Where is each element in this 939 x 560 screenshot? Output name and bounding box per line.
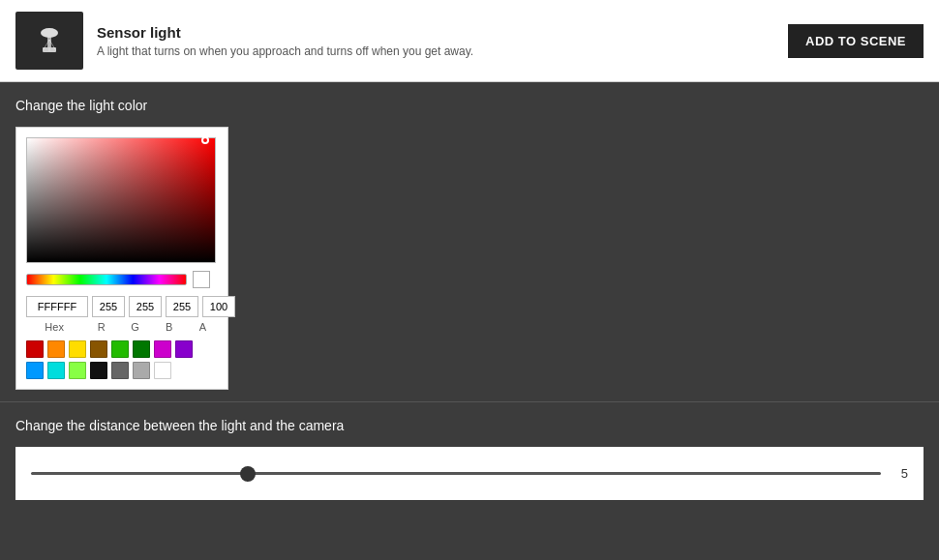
swatch-blue[interactable] (26, 362, 44, 379)
distance-slider-container: 5 (15, 447, 924, 500)
light-icon-wrapper (15, 12, 83, 70)
hue-slider[interactable] (26, 274, 187, 285)
input-labels: Hex R G B A (26, 321, 218, 333)
swatch-yellow[interactable] (69, 340, 86, 358)
swatch-white[interactable] (154, 362, 171, 379)
color-section: Change the light color Hex R G B A (0, 82, 939, 401)
color-picker: Hex R G B A (15, 127, 228, 390)
svg-point-2 (41, 28, 58, 38)
add-to-scene-button[interactable]: ADD TO SCENE (788, 24, 924, 58)
g-input[interactable] (129, 296, 162, 317)
header-section: Sensor light A light that turns on when … (0, 0, 939, 82)
swatch-cyan[interactable] (47, 362, 65, 379)
swatch-dark-gray[interactable] (111, 362, 129, 379)
hue-alpha-row (26, 271, 218, 288)
a-input[interactable] (202, 296, 235, 317)
swatch-magenta[interactable] (154, 340, 171, 358)
b-label: B (154, 321, 184, 333)
swatch-green[interactable] (133, 340, 150, 358)
header-description: A light that turns on when you approach … (97, 44, 473, 58)
r-input[interactable] (92, 296, 125, 317)
distance-value: 5 (893, 466, 908, 481)
color-section-title: Change the light color (15, 98, 924, 113)
value-inputs (26, 296, 218, 317)
r-label: R (86, 321, 116, 333)
distance-slider[interactable] (31, 472, 881, 475)
distance-section: Change the distance between the light an… (0, 401, 939, 500)
swatch-row-2 (26, 362, 218, 379)
hex-label: Hex (26, 321, 82, 333)
b-input[interactable] (166, 296, 198, 317)
swatch-orange[interactable] (47, 340, 65, 358)
header-left: Sensor light A light that turns on when … (15, 12, 473, 70)
alpha-swatch[interactable] (193, 271, 210, 288)
swatches-grid (26, 340, 218, 379)
swatch-light-gray[interactable] (133, 362, 150, 379)
swatch-row-1 (26, 340, 218, 358)
header-title: Sensor light (97, 24, 473, 41)
header-text: Sensor light A light that turns on when … (97, 24, 473, 58)
a-label: A (188, 321, 218, 333)
distance-section-title: Change the distance between the light an… (15, 418, 924, 433)
sensor-light-icon (29, 20, 70, 61)
swatch-brown[interactable] (90, 340, 107, 358)
swatch-red[interactable] (26, 340, 44, 358)
swatch-purple[interactable] (175, 340, 193, 358)
color-gradient-canvas[interactable] (26, 137, 216, 263)
swatch-black[interactable] (90, 362, 107, 379)
g-label: G (120, 321, 150, 333)
swatch-lime[interactable] (111, 340, 129, 358)
gradient-cursor (201, 136, 209, 144)
swatch-light-green[interactable] (69, 362, 86, 379)
hex-input[interactable] (26, 296, 88, 317)
